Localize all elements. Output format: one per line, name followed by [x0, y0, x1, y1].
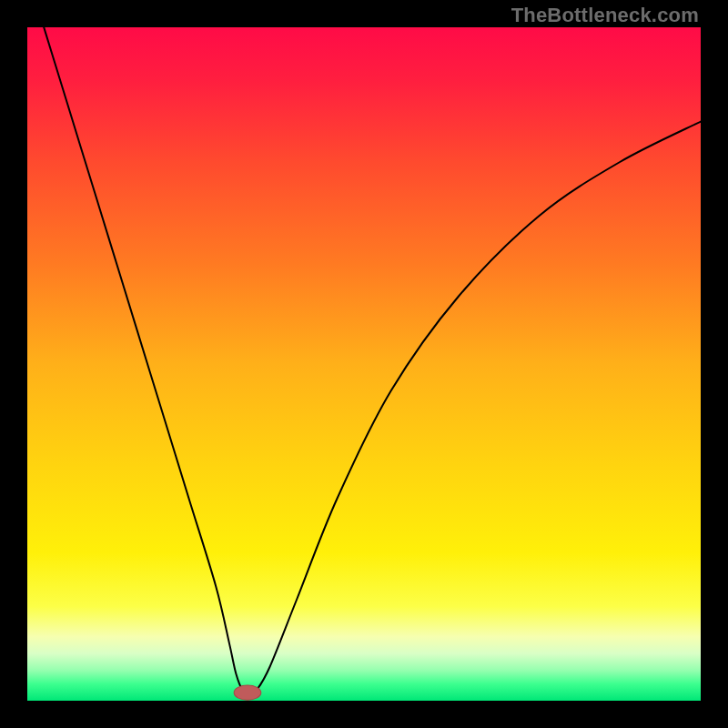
bottleneck-chart	[27, 27, 701, 701]
gradient-background	[27, 27, 701, 701]
watermark-text: TheBottleneck.com	[511, 4, 699, 27]
chart-frame: TheBottleneck.com	[0, 0, 728, 728]
minimum-marker	[234, 685, 261, 700]
